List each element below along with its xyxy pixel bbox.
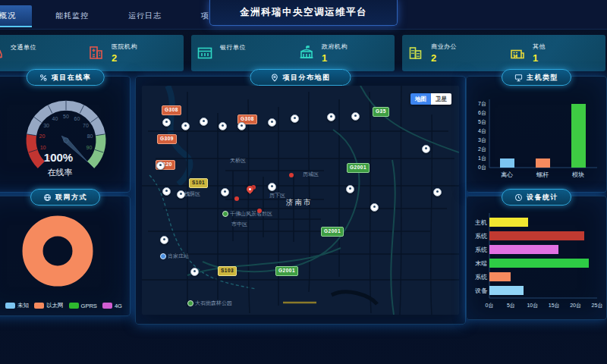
map-marker[interactable] [156,162,165,170]
panel-title: 联网方式 [55,193,87,202]
bank-icon [196,44,214,62]
svg-text:主机: 主机 [474,219,487,226]
host-type-chart: 0台 1台 2台 3台 4台 5台 6台 7台 离心 螺杆 模块 [470,89,603,187]
legend-label: GPRS [81,303,97,309]
map-marker[interactable] [433,188,442,196]
map-type-satellite[interactable]: 卫星 [431,93,451,105]
stat-value: 2 [431,52,457,64]
legend-item-gprs[interactable]: GPRS [69,302,97,309]
map-marker[interactable] [160,236,168,244]
svg-text:20: 20 [39,133,46,139]
panel-title: 设备统计 [527,193,558,202]
panel-host-type-header: 主机类型 [502,69,571,86]
stat-card-1: 交通单位 医院机构 2 [0,35,184,71]
gauge-caption: 在线率 [48,168,73,177]
percent-icon [39,74,48,82]
stat-value: 2 [112,52,137,64]
stat-label: 商业办公 [431,42,457,51]
road-badge: G2001 [275,266,298,276]
globe-icon [43,193,52,202]
svg-text:6台: 6台 [478,110,486,116]
legend-item-4g[interactable]: 4G [102,302,122,309]
road-badge: S103 [218,266,237,276]
stat-label: 医院机构 [112,42,137,51]
stat-value [11,53,36,64]
legend-label: 未知 [17,302,29,309]
svg-text:0台: 0台 [478,165,486,171]
panel-title: 主机类型 [527,73,558,83]
map-marker[interactable] [291,115,299,123]
map-type-toggle: 地图 卫星 [410,93,451,105]
map-marker[interactable] [200,118,208,126]
map-marker[interactable] [422,145,430,153]
map-marker[interactable] [268,118,276,127]
panel-online-rate-header: 项目在线率 [27,69,105,86]
map-marker[interactable] [327,113,335,121]
platform-title: 金洲科瑞中央空调运维平台 [240,6,367,19]
svg-text:80: 80 [87,133,93,139]
map-marker[interactable] [221,188,229,196]
stat-label: 其他 [533,42,546,51]
svg-text:0台: 0台 [486,303,494,309]
stat-card-3: 商业办公 2 其他 1 [402,35,605,71]
map-marker-red[interactable] [257,209,262,213]
map-marker[interactable] [190,268,199,276]
tab-energy-monitor[interactable]: 能耗监控 [39,5,105,26]
svg-text:1台: 1台 [478,155,486,162]
svg-text:设备: 设备 [475,287,488,294]
gauge-value: 100% [44,151,73,164]
office-icon [407,44,425,62]
panel-title: 项目在线率 [52,73,92,83]
map-marker[interactable] [351,112,360,121]
svg-text:末端: 末端 [475,260,487,267]
stat-value: 1 [322,52,348,64]
map-marker[interactable] [268,183,276,191]
svg-text:5台: 5台 [478,119,486,125]
tab-run-log[interactable]: 运行日志 [112,5,178,26]
map-marker[interactable] [181,122,190,130]
svg-text:系统: 系统 [475,274,487,281]
svg-text:20台: 20台 [570,303,581,309]
map-marker[interactable] [162,187,171,196]
map-type-map[interactable]: 地图 [410,93,431,105]
government-icon [297,44,316,62]
panel-host-type: 主机类型 0台 1台 2台 3台 4台 5台 6台 7台 离心 螺杆 模块 [466,76,607,193]
legend-swatch [34,303,44,309]
network-legend: 未知 以太网 GPRS 4G [1,302,127,309]
station-icon [160,253,166,259]
legend-label: 4G [115,303,122,309]
map-marker[interactable] [346,185,354,193]
park-icon [187,300,193,306]
panel-title: 项目分布地图 [283,73,331,83]
stat-government: 政府机构 1 [293,42,395,64]
svg-text:5台: 5台 [507,303,515,309]
svg-text:10台: 10台 [527,303,538,309]
road-badge: G309 [157,134,177,144]
factory-icon [508,44,527,62]
svg-text:3台: 3台 [478,137,486,143]
map-marker[interactable] [237,122,246,130]
map-canvas[interactable]: G308 G308 G309 G220 S101 G35 G2001 G2001… [142,86,459,315]
map-marker-red[interactable] [289,173,294,177]
map-marker[interactable] [162,118,171,127]
map-pin-icon [271,74,279,82]
map-marker-red[interactable] [234,196,239,201]
svg-text:系统: 系统 [475,233,487,240]
map-marker[interactable] [177,190,185,199]
svg-text:模块: 模块 [572,171,584,178]
road-badge: G308 [162,105,181,115]
map-marker[interactable] [219,122,227,130]
svg-text:7台: 7台 [478,101,486,107]
legend-item-ethernet[interactable]: 以太网 [34,302,64,309]
stat-hospital: 医院机构 2 [83,42,184,64]
svg-text:70: 70 [83,123,89,128]
panel-device-stats-header: 设备统计 [502,189,571,206]
legend-item-unknown[interactable]: 未知 [5,302,29,309]
svg-text:2台: 2台 [478,146,486,152]
tab-overview[interactable]: 概况 [0,5,32,27]
monitor-icon [514,74,523,82]
svg-text:系统: 系统 [475,246,487,253]
stat-bank: 银行单位 [191,43,293,64]
map-marker[interactable] [370,203,379,212]
road-badge: G35 [373,107,389,117]
